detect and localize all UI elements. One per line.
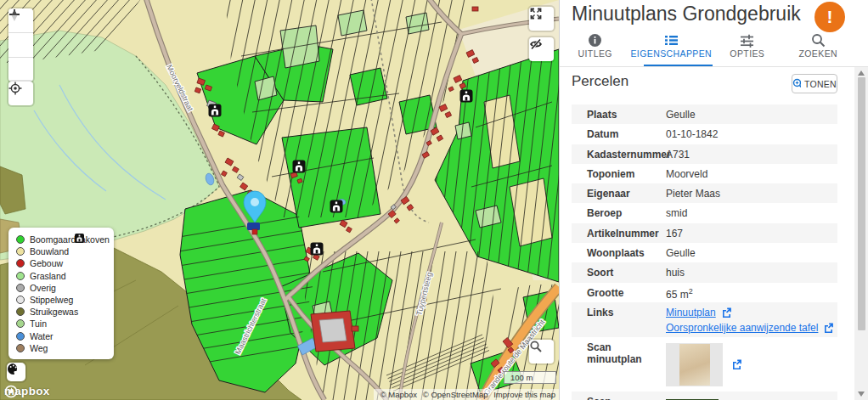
- compass-button[interactable]: [8, 58, 33, 82]
- side-panel: Minuutplans Grondgebruik ! UITLEG EIGENS…: [559, 0, 868, 400]
- attrib-improve-link[interactable]: Improve this map: [493, 390, 555, 399]
- map-legend: BoomgaardBouwlandGebouwGraslandOverigSti…: [8, 228, 114, 359]
- attrib-mapbox[interactable]: © Mapbox: [380, 390, 417, 399]
- tab-label: OPTIES: [730, 48, 764, 59]
- property-row: KadasternummerA731: [572, 144, 837, 164]
- external-link-icon: [721, 307, 732, 318]
- scan-thumbnail[interactable]: [666, 343, 723, 386]
- property-value: Geulle: [666, 243, 837, 259]
- legend-color-dot: [16, 272, 25, 280]
- property-value: [666, 392, 837, 400]
- legend-color-dot: [16, 284, 25, 292]
- tab-uitleg[interactable]: UITLEG: [560, 27, 630, 66]
- search-icon: [529, 340, 543, 353]
- map-nav-control: [8, 8, 33, 82]
- property-label: Scan minuutplan: [572, 337, 666, 365]
- properties-table: PlaatsGeulleDatum01-10-1842Kadasternumme…: [572, 104, 837, 400]
- legend-item: Weg: [16, 342, 114, 354]
- geolocate-button[interactable]: [8, 82, 33, 105]
- property-row: Grootte65 m2: [572, 283, 837, 302]
- tab-label: ZOEKEN: [798, 48, 837, 59]
- legend-label: Weg: [30, 343, 48, 353]
- geolocate-icon: [8, 82, 22, 95]
- compass-icon: [8, 8, 20, 22]
- legend-label: Gebouw: [30, 258, 63, 268]
- property-label: Datum: [572, 124, 666, 140]
- property-row: EigenaarPieter Maas: [572, 183, 837, 203]
- property-row: Scan aanwijzende tafel: [572, 392, 837, 400]
- scrollbar-down-arrow[interactable]: [858, 392, 865, 397]
- tonen-button[interactable]: TONEN: [792, 74, 837, 93]
- property-row: Artikelnummer167: [572, 223, 837, 243]
- property-value: 01-10-1842: [666, 124, 837, 140]
- property-row: Beroepsmid: [572, 203, 837, 223]
- zoom-out-button[interactable]: [8, 33, 33, 58]
- bakoven-icon[interactable]: [209, 104, 222, 117]
- legend-label: Tuin: [30, 318, 47, 329]
- map-search-button[interactable]: [529, 340, 554, 363]
- map-attribution: © Mapbox © OpenStreetMap Improve this ma…: [374, 389, 559, 400]
- legend-item: Bouwland: [16, 245, 114, 257]
- scale-bar: 100 m: [504, 371, 556, 384]
- property-value: smid: [666, 203, 837, 219]
- properties-scroll-area[interactable]: Percelen TONEN PlaatsGeulleDatum01-10-18…: [560, 67, 854, 400]
- property-value: MinuutplanOorspronkelijke aanwijzende ta…: [666, 302, 837, 337]
- tab-zoeken[interactable]: ZOEKEN: [783, 27, 854, 66]
- legend-item: Overig: [16, 282, 114, 294]
- legend-label: Bouwland: [30, 246, 69, 256]
- bakoven-icon[interactable]: [311, 243, 324, 256]
- legend-color-dot: [16, 344, 25, 352]
- mapbox-logo[interactable]: mapbox: [4, 385, 50, 397]
- legend-color-dot: [16, 319, 25, 328]
- fullscreen-button[interactable]: [529, 7, 554, 31]
- legend-items: BoomgaardBouwlandGebouwGraslandOverigSti…: [16, 234, 114, 354]
- property-value: 65 m2: [666, 283, 837, 301]
- tab-eigenschappen[interactable]: EIGENSCHAPPEN: [630, 27, 712, 66]
- scan-image: [679, 344, 710, 386]
- map-canvas[interactable]: Moorveldstraat Maastrichterstraat Tuyper…: [0, 0, 559, 400]
- basemap-style-button[interactable]: [7, 363, 25, 381]
- bakoven-icon: [75, 234, 84, 243]
- zoom-to-icon: [792, 78, 801, 89]
- section-heading: Percelen: [572, 73, 628, 90]
- property-value: Moorveld: [666, 164, 837, 180]
- link-line: Oorspronkelijke aanwijzende tafel: [666, 322, 837, 334]
- legend-item: Gebouw: [16, 257, 114, 269]
- property-row: WoonplaatsGeulle: [572, 243, 837, 262]
- building: [472, 7, 478, 11]
- legend-item: Water: [16, 330, 114, 342]
- property-label: Grootte: [572, 283, 666, 299]
- large-building: [311, 311, 355, 352]
- scrollbar-thumb[interactable]: [858, 77, 865, 330]
- attrib-osm[interactable]: © OpenStreetMap: [423, 390, 488, 399]
- property-label: Toponiem: [572, 164, 666, 180]
- info-icon: [588, 31, 602, 48]
- document-link[interactable]: Oorspronkelijke aanwijzende tafel: [666, 322, 818, 334]
- property-label: Plaats: [572, 104, 666, 121]
- hide-panel-button[interactable]: [529, 37, 554, 61]
- tab-opties[interactable]: OPTIES: [712, 27, 782, 66]
- fullscreen-icon: [529, 7, 543, 20]
- external-link-icon: [823, 322, 834, 333]
- legend-color-dot: [16, 235, 25, 244]
- property-label: Kadasternummer: [572, 144, 666, 161]
- bakoven-icon[interactable]: [460, 90, 473, 103]
- scrollbar-track[interactable]: [854, 67, 868, 400]
- legend-label: Overig: [30, 283, 56, 293]
- property-label: Scan aanwijzende tafel: [572, 392, 666, 400]
- property-row: PlaatsGeulle: [572, 104, 837, 124]
- property-value: A731: [666, 144, 837, 161]
- document-link[interactable]: Minuutplan: [666, 307, 716, 318]
- legend-label: Boomgaard: [30, 234, 76, 245]
- tab-label: UITLEG: [578, 48, 612, 59]
- legend-color-dot: [16, 332, 25, 341]
- scrollbar-up-arrow[interactable]: [858, 70, 865, 76]
- bakoven-icon[interactable]: [293, 161, 306, 173]
- bakoven-icon[interactable]: [330, 200, 343, 213]
- eye-off-icon: [529, 37, 543, 51]
- link-line: Minuutplan: [666, 307, 837, 318]
- tab-label: EIGENSCHAPPEN: [630, 48, 712, 59]
- legend-color-dot: [16, 247, 25, 256]
- property-value: [666, 337, 837, 386]
- external-link-icon: [731, 358, 742, 369]
